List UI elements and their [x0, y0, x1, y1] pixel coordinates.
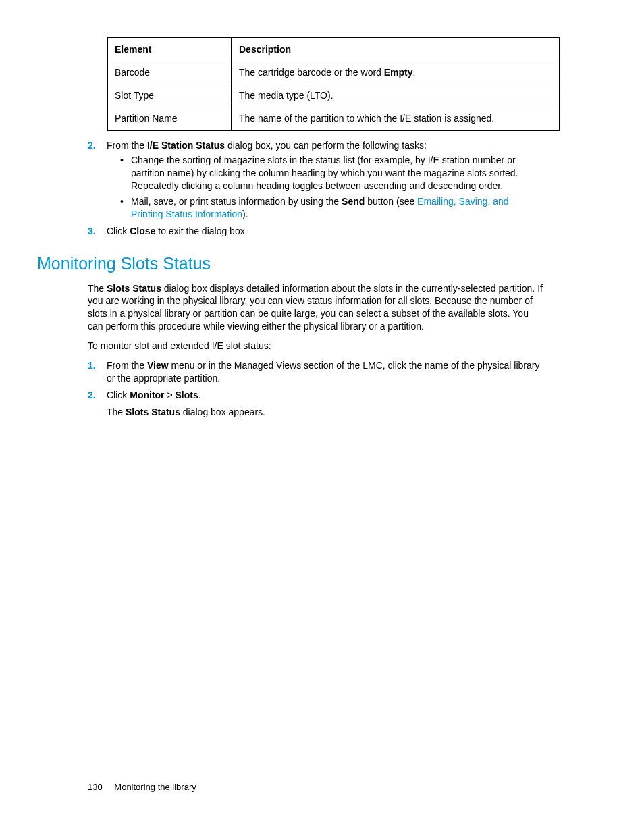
- bullet-item: Change the sorting of magazine slots in …: [119, 154, 543, 192]
- paragraph: To monitor slot and extended I/E slot st…: [88, 340, 543, 353]
- table-row: Slot Type The media type (LTO).: [107, 84, 560, 107]
- step-2b: 2. Click Monitor > Slots. The Slots Stat…: [88, 389, 543, 419]
- page-number: 130: [88, 782, 103, 792]
- page-footer: 130 Monitoring the library: [88, 781, 196, 793]
- step-number: 1.: [88, 359, 96, 372]
- paragraph: The Slots Status dialog box displays det…: [88, 282, 543, 334]
- cell-element: Partition Name: [107, 107, 232, 130]
- chapter-title: Monitoring the library: [114, 782, 196, 792]
- cell-description: The cartridge barcode or the word Empty.: [232, 61, 560, 84]
- th-description: Description: [232, 38, 560, 61]
- step-3: 3. Click Close to exit the dialog box.: [88, 225, 543, 238]
- definitions-table: Element Description Barcode The cartridg…: [107, 37, 560, 131]
- table-row: Partition Name The name of the partition…: [107, 107, 560, 130]
- step-2: 2. From the I/E Station Status dialog bo…: [88, 139, 543, 221]
- bullet-item: Mail, save, or print status information …: [119, 195, 543, 221]
- section-heading: Monitoring Slots Status: [37, 253, 543, 276]
- step-number: 2.: [88, 389, 96, 402]
- table-row: Barcode The cartridge barcode or the wor…: [107, 61, 560, 84]
- step-1b: 1. From the View menu or in the Managed …: [88, 359, 543, 385]
- step-number: 3.: [88, 225, 96, 238]
- cell-description: The name of the partition to which the I…: [232, 107, 560, 130]
- step-number: 2.: [88, 139, 96, 152]
- cell-element: Barcode: [107, 61, 232, 84]
- th-element: Element: [107, 38, 232, 61]
- cell-element: Slot Type: [107, 84, 232, 107]
- cell-description: The media type (LTO).: [232, 84, 560, 107]
